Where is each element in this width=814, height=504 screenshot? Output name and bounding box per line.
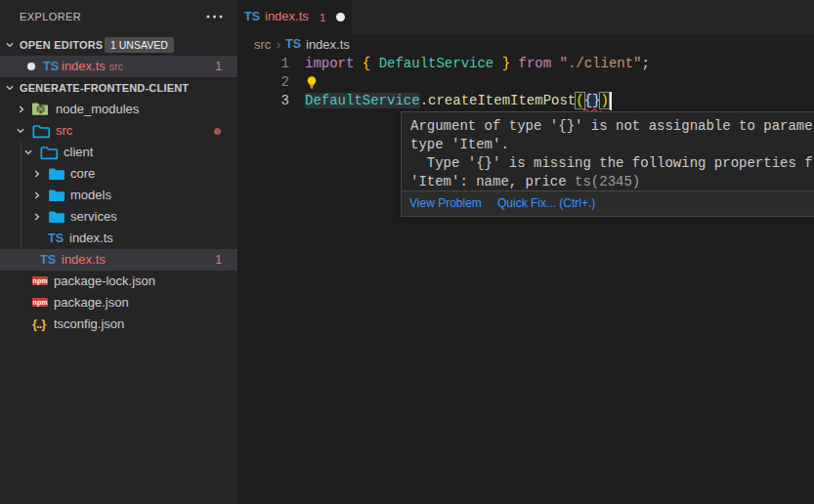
svg-text:npm: npm — [33, 277, 48, 285]
svg-text:npm: npm — [33, 299, 48, 307]
